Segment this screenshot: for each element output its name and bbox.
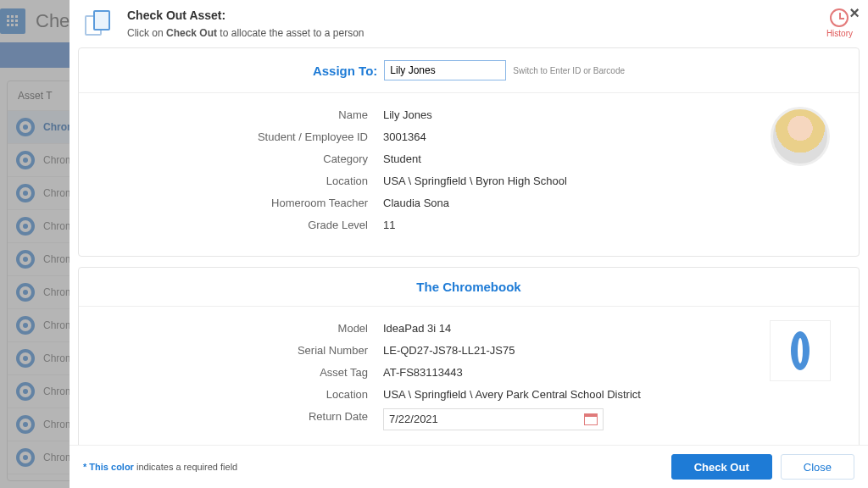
close-button[interactable]: Close <box>781 454 854 480</box>
checkout-modal: × Check Out Asset: Click on Check Out to… <box>70 0 868 488</box>
person-panel: Assign To: Switch to Enter ID or Barcode… <box>78 47 860 257</box>
person-homeroom-value: Claudia Sona <box>383 195 449 212</box>
person-location-value: USA \ Springfield \ Byron High School <box>383 173 567 190</box>
asset-model-value: IdeaPad 3i 14 <box>383 320 451 337</box>
asset-location-label: Location <box>99 386 383 403</box>
person-id-value: 3001364 <box>383 129 426 146</box>
assign-to-label: Assign To: <box>313 64 377 78</box>
checkout-icon <box>85 10 115 41</box>
subtitle-pre: Click on <box>127 27 166 39</box>
assign-bar: Assign To: Switch to Enter ID or Barcode <box>79 48 859 93</box>
assign-to-input[interactable] <box>384 60 506 80</box>
asset-serial-label: Serial Number <box>99 342 383 359</box>
calendar-icon[interactable] <box>584 413 598 425</box>
asset-location-value: USA \ Springfield \ Avery Park Central S… <box>383 386 641 403</box>
asset-serial-value: LE-QD27-JS78-LL21-JS75 <box>383 342 515 359</box>
required-field-note: * This color indicates a required field <box>83 462 237 472</box>
history-icon <box>830 8 849 27</box>
return-date-input[interactable]: 7/22/2021 <box>383 408 604 430</box>
modal-subtitle: Click on Check Out to allocate the asset… <box>127 27 364 39</box>
history-label: History <box>826 29 853 38</box>
person-category-label: Category <box>99 151 383 168</box>
modal-footer: * This color indicates a required field … <box>70 445 868 488</box>
subtitle-post: to allocate the asset to a person <box>217 27 364 39</box>
checkout-button[interactable]: Check Out <box>671 454 772 480</box>
asset-model-label: Model <box>99 320 383 337</box>
person-id-label: Student / Employee ID <box>99 129 383 146</box>
person-category-value: Student <box>383 151 421 168</box>
return-date-label: Return Date <box>99 408 383 430</box>
required-color-text: This color <box>89 462 134 472</box>
person-location-label: Location <box>99 173 383 190</box>
asset-image <box>770 320 831 381</box>
person-name-value: Lily Jones <box>383 107 432 124</box>
switch-id-barcode-link[interactable]: Switch to Enter ID or Barcode <box>513 66 625 75</box>
person-grade-label: Grade Level <box>99 217 383 234</box>
asset-tag-value: AT-FS83113443 <box>383 364 463 381</box>
subtitle-bold: Check Out <box>166 27 217 39</box>
modal-body[interactable]: Assign To: Switch to Enter ID or Barcode… <box>70 47 868 445</box>
modal-title: Check Out Asset: <box>127 8 364 22</box>
asset-panel: The Chromebook ModelIdeaPad 3i 14 Serial… <box>78 267 860 445</box>
close-icon[interactable]: × <box>849 3 860 23</box>
person-grade-value: 11 <box>383 217 395 234</box>
modal-header: Check Out Asset: Click on Check Out to a… <box>70 0 868 47</box>
chrome-icon <box>791 331 810 370</box>
avatar <box>771 107 830 166</box>
person-name-label: Name <box>99 107 383 124</box>
required-rest: indicates a required field <box>134 462 237 472</box>
asset-section-title: The Chromebook <box>79 268 859 307</box>
asset-tag-label: Asset Tag <box>99 364 383 381</box>
person-homeroom-label: Homeroom Teacher <box>99 195 383 212</box>
return-date-value: 7/22/2021 <box>389 411 438 428</box>
